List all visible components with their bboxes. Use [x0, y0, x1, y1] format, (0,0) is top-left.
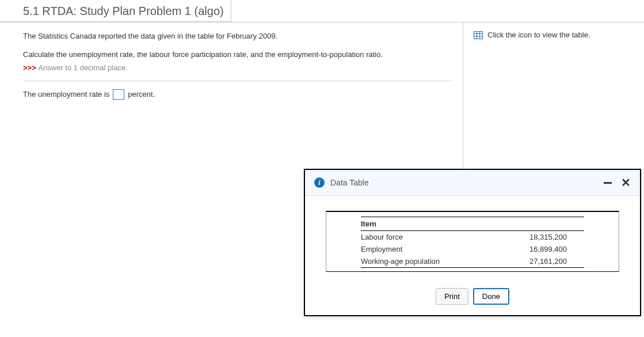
row-label: Working-age population: [361, 255, 493, 268]
divider: [23, 81, 451, 81]
modal-body: Item Labour force 18,315,200 Employment …: [305, 196, 640, 281]
answer-before: The unemployment rate is: [23, 90, 109, 99]
row-label: Labour force: [361, 231, 493, 244]
answer-line: The unemployment rate is percent.: [23, 89, 451, 100]
title-row: 5.1 RTDA: Study Plan Problem 1 (algo): [0, 0, 644, 22]
table-row: Employment 16,899,400: [361, 243, 584, 255]
hint-prefix: >>>: [23, 63, 38, 72]
modal-title: Data Table: [330, 178, 598, 187]
table-row: Labour force 18,315,200: [361, 231, 584, 244]
table-header-value: [493, 217, 584, 231]
minimize-icon[interactable]: [604, 182, 612, 184]
table-row: Working-age population 27,161,200: [361, 255, 584, 268]
view-table-link[interactable]: Click the icon to view the table.: [474, 31, 621, 39]
svg-rect-0: [474, 31, 483, 39]
data-table: Item Labour force 18,315,200 Employment …: [361, 217, 584, 268]
question-intro: The Statistics Canada reported the data …: [23, 31, 451, 42]
unemployment-rate-input[interactable]: [113, 89, 124, 100]
question-hint: >>> Answer to 1 decimal place.: [23, 62, 451, 74]
modal-footer: Print Done: [305, 281, 640, 315]
data-table-modal: i Data Table ✕ Item Labour force 18,315,…: [304, 169, 641, 316]
modal-header: i Data Table ✕: [305, 170, 640, 196]
table-icon: [474, 31, 483, 39]
row-value: 16,899,400: [493, 243, 584, 255]
row-value: 18,315,200: [493, 231, 584, 244]
print-button[interactable]: Print: [436, 288, 468, 305]
close-icon[interactable]: ✕: [621, 177, 631, 188]
modal-controls: ✕: [604, 177, 631, 188]
row-label: Employment: [361, 243, 493, 255]
done-button[interactable]: Done: [473, 288, 509, 305]
view-table-label: Click the icon to view the table.: [487, 31, 590, 39]
answer-after: percent.: [128, 90, 155, 99]
info-icon: i: [314, 177, 325, 188]
hint-text: Answer to 1 decimal place.: [38, 63, 127, 72]
data-table-box: Item Labour force 18,315,200 Employment …: [326, 211, 619, 272]
table-header-item: Item: [361, 217, 493, 231]
page-title: 5.1 RTDA: Study Plan Problem 1 (algo): [0, 0, 231, 22]
row-value: 27,161,200: [493, 255, 584, 268]
question-instruction: Calculate the unemployment rate, the lab…: [23, 49, 451, 60]
